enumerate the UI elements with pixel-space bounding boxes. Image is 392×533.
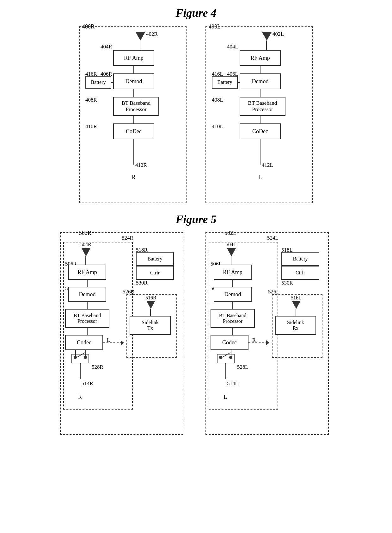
fig5-right-antenna-label: 504L	[226, 242, 236, 248]
codec-to-sidelink-line	[248, 342, 267, 343]
fig5-right-codec-block: Codec	[211, 335, 248, 350]
antenna-icon	[82, 248, 90, 256]
fig5-right-battery-block: Battery	[281, 252, 319, 266]
fig4-left-rfamp-label: 404R	[101, 44, 112, 50]
btbb-to-codec-line	[87, 328, 88, 335]
antenna-line	[231, 256, 231, 265]
fig4-left-terminal: R	[132, 174, 136, 181]
arrow-icon	[121, 340, 124, 345]
figure4-title: Figure 4	[13, 6, 379, 20]
fig5-left-battery-block: Battery	[136, 252, 174, 266]
fig5-right-sidelink-block: SidelinkRx	[275, 316, 316, 335]
antenna-line	[296, 309, 296, 316]
fig5-left-arrow-label: L	[107, 337, 110, 343]
antenna-line	[85, 256, 86, 265]
fig4-right-antenna-label: 402L	[273, 31, 284, 37]
antenna-line	[266, 41, 267, 50]
fig5-right-demod-block: Demod	[214, 287, 252, 302]
switch-box	[217, 354, 235, 363]
fig4-left-btbb-label: 408R	[85, 97, 97, 103]
fig5-right-ctrlr-label: 530R	[281, 280, 293, 286]
fig5-left-sidelink-block: SidelinkTx	[130, 316, 171, 335]
fig4-right-demod-block: Demod	[240, 73, 281, 89]
fig5-left-rfamp-block: RF Amp	[68, 265, 106, 280]
fig5-right-inner-label: 524L	[267, 235, 279, 241]
battery-line	[238, 82, 240, 83]
fig4-right-rfamp-block: RF Amp	[240, 50, 281, 66]
fig4-left-out-label: 412R	[135, 162, 147, 168]
demod-to-btbb-line	[260, 89, 260, 97]
fig4-left-codec-block: CoDec	[113, 123, 154, 139]
fig4-left-battery-block: Battery	[85, 76, 111, 89]
fig5-left-btbb-block: BT BasebandProcessor	[65, 309, 109, 328]
switch-to-out-line	[225, 363, 226, 379]
fig5-left-demod-block: Demod	[68, 287, 106, 302]
fig5-left-container: 502R 524R 504R 506R RF Amp 508R Demod	[60, 232, 187, 438]
arrow-icon	[266, 340, 269, 345]
fig5-left-inner-label: 524R	[122, 235, 133, 241]
rfamp-to-demod-line	[260, 66, 260, 73]
btbb-to-codec-line	[232, 328, 233, 335]
fig4-right-rfamp-label: 404L	[227, 44, 238, 50]
fig4-left-codec-label: 410R	[85, 123, 97, 130]
fig4-right-btbb-label: 408L	[212, 97, 223, 103]
fig4-right-terminal: L	[258, 174, 262, 181]
antenna-line	[140, 41, 140, 50]
fig5-right-switch-label: 528L	[237, 364, 248, 370]
antenna-icon	[292, 301, 300, 309]
fig4-right-container: 400L 402L 404L RF Amp 406L Demod 416L Ba…	[205, 26, 313, 203]
antenna-icon	[227, 248, 236, 256]
fig4-left-demod-block: Demod	[113, 73, 154, 89]
fig5-left-terminal: R	[78, 394, 82, 400]
fig5-right-out-label: 514L	[227, 380, 238, 387]
fig4-left-container: 400R 402R 404R RF Amp 406R Demod	[79, 26, 187, 203]
fig5-right-btbb-block: BT BasebandProcessor	[211, 309, 255, 328]
switch-box	[71, 354, 89, 363]
fig5-right-ctrlr-block: Ctrlr	[281, 266, 319, 280]
figure5-row: 502R 524R 504R 506R RF Amp 508R Demod	[13, 232, 379, 438]
btbb-to-codec-line	[260, 116, 260, 123]
codec-to-out-line	[133, 139, 134, 165]
btbb-to-codec-line	[133, 116, 134, 123]
rfamp-to-demod-line	[232, 280, 233, 287]
codec-to-sidelink-line	[103, 342, 122, 343]
fig5-left-ctrlr-block: Ctrlr	[136, 266, 174, 280]
fig4-right-btbb-block: BT BasebandProcessor	[240, 97, 285, 116]
fig4-left-antenna-label: 402R	[146, 31, 158, 37]
fig4-right-codec-block: CoDec	[240, 123, 281, 139]
figure4-row: 400R 402R 404R RF Amp 406R Demod	[13, 26, 379, 203]
switch-to-out-line	[80, 363, 81, 379]
fig4-right-battery-block: Battery	[212, 76, 238, 89]
fig5-right-terminal: L	[224, 394, 227, 400]
rfamp-to-demod-line	[133, 66, 134, 73]
demod-to-btbb-line	[133, 89, 134, 97]
fig4-right-out-label: 412L	[262, 162, 273, 168]
fig4-right-codec-label: 410L	[212, 123, 223, 130]
fig5-right-rfamp-block: RF Amp	[214, 265, 252, 280]
fig5-right-inner2-label: 526L	[268, 289, 279, 295]
fig5-left-antenna-label: 504R	[80, 242, 91, 248]
antenna-icon	[262, 32, 272, 41]
fig5-left-switch-label: 528R	[92, 364, 103, 370]
fig5-left-out-label: 514R	[82, 380, 93, 387]
antenna-icon	[135, 32, 145, 41]
fig4-left-rfamp-block: RF Amp	[113, 50, 154, 66]
rfamp-to-demod-line	[87, 280, 88, 287]
figure5-title: Figure 5	[13, 213, 379, 226]
battery-to-demod-line	[111, 82, 113, 83]
page: Figure 4 400R 402R 404R RF Amp	[0, 0, 392, 454]
fig5-right-sidelink-antenna-label: 516L	[291, 295, 302, 301]
fig4-left-btbb-block: BT BasebandProcessor	[113, 97, 159, 116]
fig5-left-ctrlr-label: 530R	[136, 280, 148, 286]
fig5-right-arrow-label: R	[252, 337, 256, 343]
fig5-right-container: 502L 524L 504L 506L RF Amp 508L Demod 51…	[205, 232, 332, 438]
demod-to-btbb-line	[232, 302, 233, 309]
demod-to-btbb-line	[87, 302, 88, 309]
antenna-icon	[147, 301, 155, 309]
codec-to-out-line	[260, 139, 260, 165]
fig5-left-codec-block: Codec	[65, 335, 103, 350]
antenna-line	[150, 309, 151, 316]
fig5-left-sidelink-antenna-label: 516R	[145, 295, 156, 301]
fig5-left-inner2-label: 526R	[123, 289, 134, 295]
